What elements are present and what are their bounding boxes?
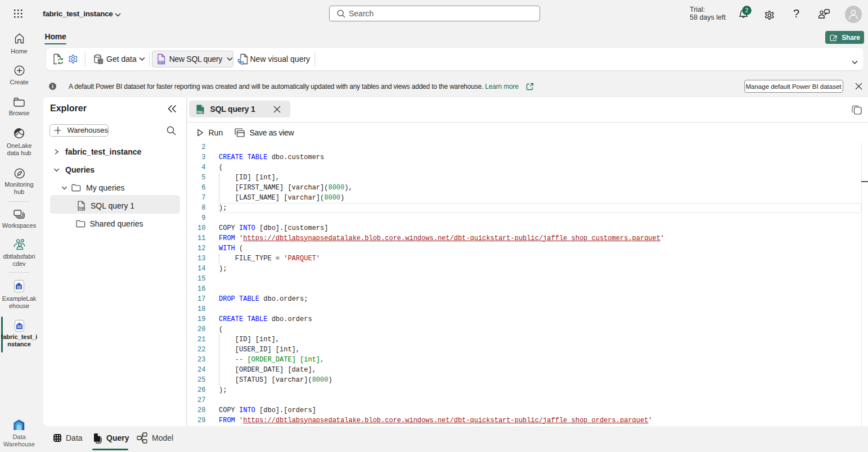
svg-text:2: 2 [745,7,749,13]
svg-text:i: i [52,84,53,89]
svg-text:SQL: SQL [79,206,86,210]
svg-text:SQL: SQL [158,60,165,64]
svg-text:SQL: SQL [197,110,204,113]
